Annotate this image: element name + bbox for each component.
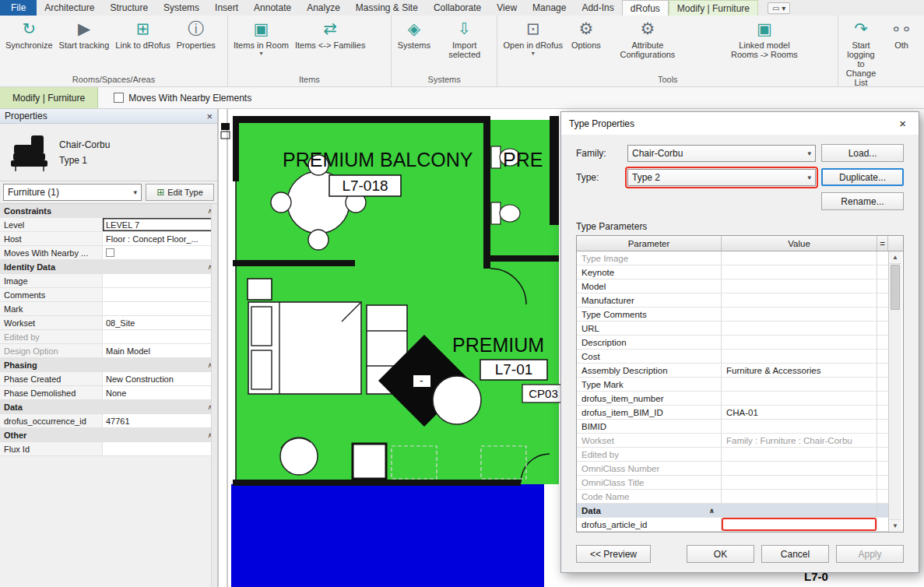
blue-area-fill[interactable] (231, 484, 544, 587)
family-select[interactable]: Chair-Corbu ▾ (627, 145, 816, 162)
ribbon-tab[interactable]: Annotate (246, 0, 299, 16)
parameter-row[interactable]: Type Image ∧ (577, 251, 888, 265)
bed[interactable] (248, 302, 361, 394)
room-name-label[interactable]: PREMIUM BALCONY (283, 149, 473, 170)
apply-button[interactable]: Apply (836, 545, 904, 563)
property-row[interactable]: Level ∧ LEVEL 7 (0, 218, 217, 232)
property-row[interactable]: Mark ∧ (0, 302, 217, 316)
modify-furniture-chip[interactable]: Modify | Furniture (0, 87, 98, 108)
room-tag[interactable]: L7-018 (329, 175, 401, 196)
property-row[interactable]: Constraints ∧ (0, 204, 217, 218)
ribbon-display-toggle[interactable]: ▭ ▾ (768, 2, 790, 14)
parameter-row[interactable]: Keynote ∧ (577, 265, 888, 279)
property-row[interactable]: Phasing ∧ (0, 358, 217, 372)
parameter-row[interactable]: Edited by ∧ (577, 448, 888, 462)
parameter-row[interactable]: Description ∧ (577, 336, 888, 350)
duplicate-button[interactable]: Duplicate... (821, 168, 904, 186)
ribbon-button[interactable]: ↷ Start logging to Change List ▾ (841, 17, 881, 87)
property-row[interactable]: Comments ∧ (0, 288, 217, 302)
ribbon-tab[interactable]: View (489, 0, 525, 16)
column[interactable] (248, 279, 272, 300)
tab-file[interactable]: File (0, 0, 37, 16)
property-row[interactable]: Flux Id ∧ (0, 442, 217, 456)
ribbon-button[interactable]: ⊡ Open in dRofus ▾ (500, 17, 565, 57)
side-table[interactable] (353, 444, 386, 479)
ribbon-tab[interactable]: Insert (207, 0, 246, 16)
preview-button[interactable]: << Preview (576, 545, 651, 563)
room-name-label[interactable]: PREMIUM (452, 334, 544, 356)
parameter-row[interactable]: Type Mark ∧ (577, 378, 888, 392)
rename-button[interactable]: Rename... (821, 192, 904, 210)
property-row[interactable]: Other ∧ (0, 428, 217, 442)
parameter-row[interactable]: Data ∧ (577, 504, 888, 518)
property-row[interactable]: Design Option ∧ Main Model (0, 344, 217, 358)
ribbon-tab[interactable]: Manage (525, 0, 574, 16)
property-row[interactable]: Workset ∧ 08_Site (0, 316, 217, 330)
ribbon-button[interactable]: ⚙ Options ▾ (566, 17, 606, 50)
equipment-tag[interactable]: CP03 (522, 385, 564, 402)
property-row[interactable]: Image ∧ (0, 274, 217, 288)
scroll-down-icon[interactable]: ▼ (889, 519, 901, 532)
moves-with-nearby-option[interactable]: Moves With Nearby Elements (114, 93, 251, 104)
table-scrollbar[interactable]: ▲ ▼ (888, 251, 901, 532)
ribbon-button[interactable]: ⊞ Link to dRofus ▾ (112, 17, 173, 50)
type-select[interactable]: Type 2 ▾ (627, 169, 816, 186)
properties-scrollbar[interactable] (211, 204, 217, 587)
property-row[interactable]: Host ∧ Floor : Concept Floor_... (0, 232, 217, 246)
ribbon-tab[interactable]: dRofus (622, 0, 669, 16)
ribbon-tab[interactable]: Massing & Site (348, 0, 426, 16)
ok-button[interactable]: OK (687, 545, 754, 563)
parameter-row[interactable]: Type Comments ∧ (577, 308, 888, 322)
properties-titlebar[interactable]: Properties × (0, 109, 217, 124)
property-row[interactable]: Identity Data ∧ (0, 260, 217, 274)
ribbon-tab[interactable]: Structure (102, 0, 156, 16)
parameter-row[interactable]: BIMID ∧ (577, 420, 888, 434)
ribbon-button[interactable]: ∘∘ Oth ▾ (881, 17, 922, 50)
parameter-row[interactable]: Assembly Description ∧ Furniture & Acces… (577, 364, 888, 378)
close-icon[interactable]: × (894, 117, 911, 130)
room-tag[interactable]: L7-01 (480, 360, 547, 380)
ribbon-button[interactable]: ⓘ Properties ▾ (174, 17, 219, 50)
parameter-row[interactable]: Cost ∧ (577, 350, 888, 364)
parameter-row[interactable]: OmniClass Number ∧ (577, 462, 888, 476)
checkbox-unchecked-icon[interactable] (106, 248, 114, 257)
edit-type-button[interactable]: ⊞ Edit Type (146, 184, 214, 201)
ribbon-button[interactable]: ⇩ Import selected ▾ (434, 17, 495, 59)
parameter-row[interactable]: Model ∧ (577, 279, 888, 294)
ribbon-button[interactable]: ↻ Synchronize ▾ (2, 17, 56, 50)
parameter-row[interactable]: URL ∧ (577, 322, 888, 336)
close-icon[interactable]: × (206, 111, 213, 122)
ribbon-tab[interactable]: Analyze (299, 0, 348, 16)
ribbon-button[interactable]: ⚙ Attribute Configurations ▾ (606, 17, 689, 59)
ribbon-button[interactable]: ▣ Linked model Rooms -> Rooms ▾ (723, 17, 806, 59)
property-row[interactable]: Data ∧ (0, 400, 217, 414)
scroll-up-icon[interactable]: ▲ (889, 251, 901, 264)
parameter-row[interactable]: OmniClass Title ∧ (577, 476, 888, 490)
room-name-label-partial[interactable]: PRE (503, 149, 543, 170)
parameter-row[interactable]: Manufacturer ∧ (577, 294, 888, 308)
property-row[interactable]: Phase Created ∧ New Construction (0, 372, 217, 386)
cancel-button[interactable]: Cancel (761, 545, 829, 563)
ribbon-tab[interactable]: Architecture (37, 0, 102, 16)
property-row[interactable]: Moves With Nearby ... ∧ (0, 246, 217, 260)
ribbon-button[interactable]: ◈ Systems ▾ (394, 17, 434, 50)
property-row[interactable]: Phase Demolished ∧ None (0, 386, 217, 400)
parameter-row[interactable]: drofus_item_BIM_ID ∧ CHA-01 (577, 406, 888, 420)
checkbox-unchecked-icon[interactable] (114, 93, 124, 103)
ribbon-tab[interactable]: Add-Ins (574, 0, 621, 16)
load-button[interactable]: Load... (821, 144, 904, 162)
property-row[interactable]: drofus_occurrence_id ∧ 47761 (0, 414, 217, 428)
ribbon-button[interactable]: ▶ Start tracking ▾ (56, 17, 113, 50)
ribbon-tab[interactable]: Modify | Furniture (669, 0, 758, 16)
ribbon-tab[interactable]: Collaborate (426, 0, 489, 16)
corbu-armchair[interactable] (280, 438, 318, 475)
parameter-row[interactable]: Code Name ∧ (577, 490, 888, 504)
element-selector[interactable]: Furniture (1) ▾ (3, 184, 142, 201)
ribbon-button[interactable]: ▣ Items in Room ▾ (230, 17, 292, 57)
parameter-row[interactable]: Workset ∧ Family : Furniture : Chair-Cor… (577, 434, 888, 448)
property-row[interactable]: Edited by ∧ (0, 330, 217, 344)
scrollbar-thumb[interactable] (891, 265, 900, 310)
ribbon-tab[interactable]: Systems (156, 0, 207, 16)
parameter-row[interactable]: drofus_article_id ∧ (577, 518, 888, 532)
ribbon-button[interactable]: ⇄ Items <-> Families ▾ (292, 17, 368, 50)
